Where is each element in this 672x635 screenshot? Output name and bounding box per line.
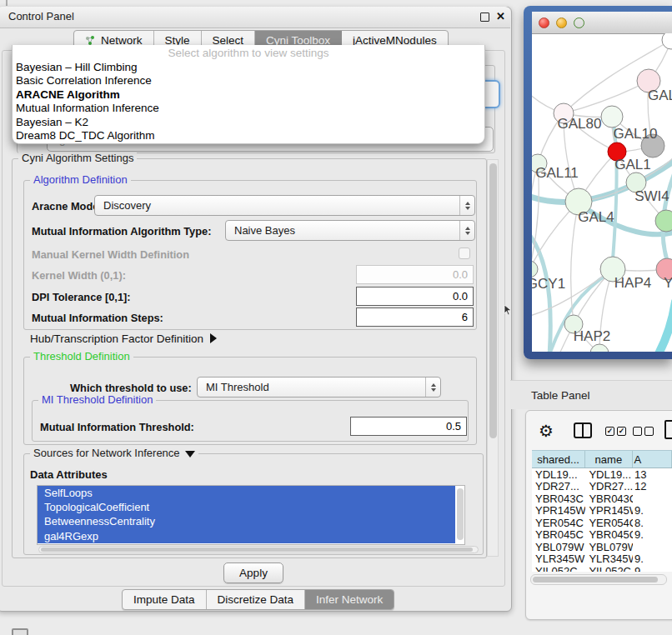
float-window-icon[interactable] xyxy=(480,12,489,22)
control-panel-title: Control Panel xyxy=(8,10,74,22)
network-edge[interactable] xyxy=(639,302,672,352)
table-row[interactable]: YBL079WYBL079W xyxy=(532,541,672,553)
mouse-cursor xyxy=(504,305,512,316)
zoom-traffic-light[interactable] xyxy=(574,18,584,28)
table-cell: YBR043C xyxy=(585,492,633,505)
tab-label: Impute Data xyxy=(133,593,195,606)
mi-threshold-field[interactable]: 0.5 xyxy=(350,417,467,436)
settings-scrollbar-thumb[interactable] xyxy=(489,163,497,438)
close-traffic-light[interactable] xyxy=(539,18,549,28)
table-cell: YIL052C xyxy=(532,565,585,572)
tab-discretize-data[interactable]: Discretize Data xyxy=(207,590,306,609)
table-column-header[interactable]: A xyxy=(633,451,672,468)
mi-type-combo[interactable]: Naive Bayes xyxy=(225,220,475,241)
table-row[interactable]: YPR145WYPR145W9. xyxy=(532,505,672,518)
algorithm-option[interactable]: ARACNE Algorithm xyxy=(13,88,484,102)
table-cell: 12 xyxy=(633,480,672,492)
tab-infer-network[interactable]: Infer Network xyxy=(305,590,394,609)
apply-button[interactable]: Apply xyxy=(223,562,283,583)
network-node[interactable] xyxy=(662,33,672,49)
control-panel-titlebar[interactable]: Control Panel ✕ xyxy=(0,7,510,28)
hub-definition-label: Hub/Transcription Factor Definition xyxy=(30,332,203,345)
network-node-label: GAL11 xyxy=(535,165,579,181)
cyni-bottom-tabs: Impute DataDiscretize DataInfer Network xyxy=(122,589,394,610)
network-edge[interactable] xyxy=(532,232,550,352)
data-attribute-item[interactable]: gal4RGexp xyxy=(38,529,455,543)
table-column-header[interactable]: shared... xyxy=(532,451,585,468)
network-view-titlebar[interactable] xyxy=(532,12,672,34)
expander-down-icon xyxy=(185,451,195,458)
data-attribute-item[interactable]: SelfLoops xyxy=(38,486,455,500)
kernel-width-label: Kernel Width (0,1): xyxy=(32,269,126,282)
table-row[interactable]: YER054CYER054C8. xyxy=(532,517,672,529)
mi-steps-field[interactable]: 6 xyxy=(356,308,474,327)
which-threshold-combo[interactable]: MI Threshold xyxy=(197,377,441,398)
network-node-label: HAP2 xyxy=(574,328,610,344)
data-attribute-item[interactable]: BetweennessCentrality xyxy=(38,514,455,528)
settings-vertical-scrollbar[interactable] xyxy=(487,159,499,557)
table-column-header[interactable]: name xyxy=(585,451,632,468)
dpi-tolerance-field[interactable]: 0.0 xyxy=(356,287,474,306)
tab-impute-data[interactable]: Impute Data xyxy=(123,590,207,609)
table-header-row[interactable]: shared...nameA xyxy=(532,450,672,468)
attr-list-scrollbar-thumb[interactable] xyxy=(457,488,464,540)
select-all-checks-icon[interactable]: ✓✓ xyxy=(605,427,626,436)
network-canvas[interactable]: GALGAL80GAL10GAL1GAL11SWI4GAL4GCY1HAP4YH… xyxy=(532,33,672,352)
minimize-traffic-light[interactable] xyxy=(556,18,567,28)
combo-stepper-icon xyxy=(459,221,474,240)
table-cell: YPR145W xyxy=(532,504,585,517)
algorithm-option[interactable]: Bayesian – Hill Climbing xyxy=(13,61,484,74)
sources-group-title[interactable]: Sources for Network Inference xyxy=(30,447,198,459)
columns-icon[interactable] xyxy=(574,422,592,438)
table-cell: YDL19... xyxy=(532,468,585,481)
table-row[interactable]: YDR27...YDR27...12 xyxy=(532,481,672,493)
gear-icon[interactable]: ⚙ xyxy=(539,421,554,441)
data-attribute-item[interactable]: TopologicalCoefficient xyxy=(38,500,455,514)
table-cell: YDR27... xyxy=(532,480,585,492)
algorithm-option[interactable]: Basic Correlation Inference xyxy=(13,74,484,88)
algorithm-option[interactable]: Mutual Information Inference xyxy=(13,102,484,115)
mi-threshold-group-title: MI Threshold Definition xyxy=(38,393,156,406)
manual-kernel-checkbox[interactable] xyxy=(459,248,470,259)
partial-widget[interactable] xyxy=(12,628,28,635)
network-node-label: GAL xyxy=(648,88,672,103)
table-cell: YLR345W xyxy=(532,552,585,565)
table-row[interactable]: YLR345WYLR345W9. xyxy=(532,553,672,566)
table-horizontal-scrollbar[interactable] xyxy=(530,574,667,585)
clear-all-checks-icon[interactable] xyxy=(633,427,654,436)
aracne-mode-combo[interactable]: Discovery xyxy=(94,195,475,216)
sources-horizontal-scrollbar[interactable] xyxy=(38,546,479,553)
data-attributes-list[interactable]: SelfLoopsTopologicalCoefficientBetweenne… xyxy=(37,485,465,545)
network-node[interactable] xyxy=(655,210,672,232)
combo-stepper-icon xyxy=(425,378,440,397)
table-row[interactable]: YDL19...YDL19...13 xyxy=(532,468,672,481)
table-cell: YPR145W xyxy=(585,504,633,517)
table-cell: YBL079W xyxy=(532,541,585,553)
table-hscroll-thumb[interactable] xyxy=(533,577,658,582)
algorithm-dropdown-popup: Select algorithm to view settings Bayesi… xyxy=(12,45,485,144)
close-icon[interactable]: ✕ xyxy=(496,10,505,22)
network-node-label: GCY1 xyxy=(532,276,565,292)
algorithm-option[interactable]: Bayesian – K2 xyxy=(13,116,484,129)
table-panel-title: Table Panel xyxy=(531,389,590,402)
algorithm-option[interactable]: Dream8 DC_TDC Algorithm xyxy=(13,129,484,142)
which-threshold-value: MI Threshold xyxy=(206,381,425,393)
kernel-width-field[interactable]: 0.0 xyxy=(356,265,474,284)
hscroll-thumb[interactable] xyxy=(41,548,473,552)
hub-definition-expander[interactable]: Hub/Transcription Factor Definition xyxy=(30,332,217,345)
network-node-label: GAL80 xyxy=(558,116,602,132)
mi-type-label: Mutual Information Algorithm Type: xyxy=(32,225,211,238)
manual-kernel-label: Manual Kernel Width Definition xyxy=(32,248,189,261)
table-row[interactable]: YIL052CYIL052C9. xyxy=(532,565,672,572)
table-row[interactable]: YBR045CYBR045C9. xyxy=(532,529,672,542)
table-row[interactable]: YBR043CYBR043C xyxy=(532,492,672,505)
network-node[interactable] xyxy=(601,106,623,128)
network-node-label: HAP4 xyxy=(614,275,651,291)
data-attributes-label: Data Attributes xyxy=(30,468,108,481)
threshold-definition-title: Threshold Definition xyxy=(30,350,133,362)
aracne-mode-value: Discovery xyxy=(103,199,459,212)
network-node[interactable] xyxy=(532,261,538,278)
document-icon[interactable] xyxy=(664,420,672,439)
expander-right-icon xyxy=(210,333,217,343)
network-node[interactable] xyxy=(590,344,609,352)
